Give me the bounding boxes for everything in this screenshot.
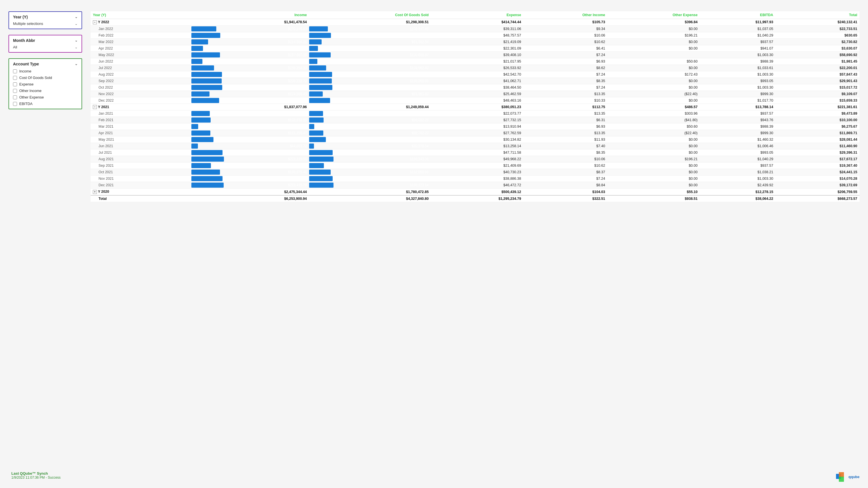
table-cell: $48,757.57 <box>431 32 523 38</box>
table-cell: $380,051.23 <box>431 103 523 111</box>
table-cell: $22,073.77 <box>431 111 523 117</box>
month-row: Apr 2021$131,359.47$92,762.22$27,762.59$… <box>91 130 860 136</box>
table-cell: $38,886.38 <box>431 176 523 182</box>
table-cell: $1,837,077.96 <box>191 103 309 111</box>
account-type-filter-chevron[interactable]: ⌄ <box>75 62 78 66</box>
income-bar-cell: $197,697.35 <box>191 52 309 58</box>
account-type-checkbox[interactable] <box>13 69 17 73</box>
month-filter-header[interactable]: Month Abbr ⌄ <box>13 38 78 43</box>
account-type-checkbox[interactable] <box>13 89 17 93</box>
income-bar-cell: $222,419.79 <box>191 182 309 188</box>
svg-rect-2 <box>839 477 844 482</box>
month-row: Jul 2021$213,281.89$137,175.40$47,711.58… <box>91 149 860 156</box>
table-cell: $21,409.69 <box>431 162 523 169</box>
month-row: Dec 2022$190,324.40$127,229.94$48,463.16… <box>91 97 860 103</box>
table-cell: $55.10 <box>607 188 700 195</box>
table-cell: $7.24 <box>523 71 608 78</box>
table-cell: $0.00 <box>607 143 700 149</box>
qqube-label: qqube <box>848 475 860 479</box>
year-filter-value-chevron[interactable]: ⌄ <box>75 22 78 26</box>
expand-icon[interactable]: + <box>93 190 97 194</box>
month-row: Feb 2021$132,932.56$96,092.28$27,732.15$… <box>91 117 860 123</box>
month-row: Jun 2022$76,590.82$54,536.14$21,017.95$6… <box>91 58 860 64</box>
account-type-checkbox[interactable] <box>13 102 17 106</box>
table-cell: $22,200.01 <box>775 64 860 71</box>
footer: Last QQube™ Synch 1/9/2023 11:07:36 PM -… <box>11 471 61 480</box>
month-filter-label: Month Abbr <box>13 38 35 43</box>
table-cell: $10.33 <box>523 97 608 103</box>
cogs-bar-cell: $137,175.40 <box>309 149 431 156</box>
table-cell: $21,419.09 <box>431 38 523 45</box>
table-cell: $0.00 <box>607 176 700 182</box>
year-label-cell: −Y 2022 <box>91 19 191 26</box>
table-cell: $28,081.44 <box>775 136 860 143</box>
table-cell: $10,100.00 <box>775 117 860 123</box>
income-bar-cell: $80,519.41 <box>191 45 309 52</box>
income-bar-cell: $133,863.80 <box>191 162 309 169</box>
table-cell: ($41.80) <box>607 117 700 123</box>
month-row: Mar 2022$114,584.26$91,382.54$21,419.09$… <box>91 38 860 45</box>
income-bar-cell: $190,324.40 <box>191 97 309 103</box>
year-filter-value-row[interactable]: Multiple selections ⌄ <box>13 22 78 26</box>
table-cell: $0.00 <box>607 136 700 143</box>
account-type-checkbox-item: Other Income <box>13 89 78 93</box>
svg-rect-1 <box>839 472 844 477</box>
cogs-bar-cell: $55,535.73 <box>309 45 431 52</box>
income-bar-cell: $124,888.43 <box>191 91 309 97</box>
table-cell: $1,249,059.44 <box>309 103 431 111</box>
month-name-cell: Dec 2021 <box>91 182 191 188</box>
income-bar-cell: $114,584.26 <box>191 38 309 45</box>
expand-icon[interactable]: − <box>93 20 97 24</box>
table-cell: $39,172.69 <box>775 182 860 188</box>
month-filter-box: Month Abbr ⌄ All ⌄ <box>8 35 82 53</box>
month-filter-value-chevron[interactable]: ⌄ <box>75 45 78 49</box>
account-type-checkbox[interactable] <box>13 95 17 99</box>
table-cell: $48,463.16 <box>431 97 523 103</box>
month-name-cell: Jun 2022 <box>91 58 191 64</box>
year-filter-header[interactable]: Year (Y) ⌄ <box>13 15 78 19</box>
table-cell: $11.93 <box>523 136 608 143</box>
table-cell: $396.84 <box>607 19 700 26</box>
data-table: Year (Y) Income Cost Of Goods Sold Expen… <box>91 11 860 202</box>
month-name-cell: May 2022 <box>91 52 191 58</box>
table-cell: $27,732.15 <box>431 117 523 123</box>
table-cell: $6.93 <box>523 123 608 130</box>
table-cell: $104.03 <box>523 188 608 195</box>
month-row: Aug 2021$223,129.56$156,343.31$49,968.22… <box>91 156 860 162</box>
month-name-cell: Mar 2022 <box>91 38 191 45</box>
table-cell: $500,439.12 <box>431 188 523 195</box>
month-name-cell: Sep 2021 <box>91 162 191 169</box>
cogs-bar-cell: $91,382.54 <box>309 38 431 45</box>
account-type-checkbox-label: EBITDA <box>19 102 33 106</box>
table-cell: $937.57 <box>700 38 775 45</box>
account-type-checkbox[interactable] <box>13 82 17 86</box>
cogs-bar-cell: $92,762.22 <box>309 130 431 136</box>
account-type-filter-header[interactable]: Account Type ⌄ <box>13 62 78 66</box>
year-row: −Y 2022$1,941,478.54$1,298,308.51$414,74… <box>91 19 860 26</box>
table-cell: $8.62 <box>523 64 608 71</box>
cogs-bar-cell: $160,075.07 <box>309 84 431 91</box>
month-filter-chevron[interactable]: ⌄ <box>75 38 78 42</box>
table-cell: $9,473.89 <box>775 111 860 117</box>
year-filter-chevron[interactable]: ⌄ <box>75 15 78 19</box>
table-cell: $58,690.92 <box>775 52 860 58</box>
month-row: Jan 2022$170,145.83$109,147.65$39,311.06… <box>91 26 860 32</box>
account-type-checkbox-item: Income <box>13 69 78 73</box>
table-cell: $10.06 <box>523 156 608 162</box>
cogs-bar-cell: $94,720.81 <box>309 136 431 143</box>
table-cell: $1,298,308.51 <box>309 19 431 26</box>
table-cell: $41,062.71 <box>431 78 523 84</box>
month-row: Sep 2022$208,232.70$138,269.96$41,062.71… <box>91 78 860 84</box>
table-cell: $4,327,840.80 <box>309 195 431 202</box>
month-filter-value-row[interactable]: All ⌄ <box>13 45 78 49</box>
month-row: May 2022$197,697.35$100,608.87$39,408.10… <box>91 52 860 58</box>
table-cell: $1,038.21 <box>700 169 775 176</box>
cogs-bar-cell: $156,343.31 <box>309 156 431 162</box>
table-cell: $9.34 <box>523 26 608 32</box>
table-cell: $1,780,472.85 <box>309 188 431 195</box>
year-label-cell: −Y 2021 <box>91 103 191 111</box>
account-type-checkbox[interactable] <box>13 76 17 80</box>
table-cell: $27,762.59 <box>431 130 523 136</box>
table-cell: $2,439.92 <box>700 182 775 188</box>
expand-icon[interactable]: − <box>93 105 97 109</box>
